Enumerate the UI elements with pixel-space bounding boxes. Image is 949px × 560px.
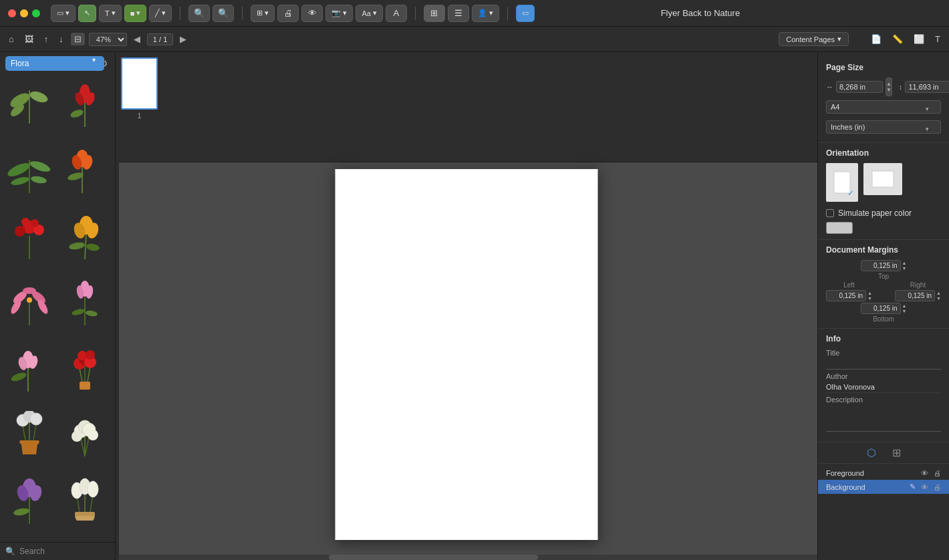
margin-top-spinner[interactable]: ▲▼ bbox=[902, 261, 907, 271]
page-next-btn[interactable]: ▶ bbox=[177, 33, 189, 45]
resize-handle-left[interactable] bbox=[116, 52, 119, 560]
list-item[interactable] bbox=[3, 408, 56, 462]
list-item[interactable] bbox=[3, 210, 56, 263]
list-item[interactable] bbox=[3, 78, 56, 131]
scrollbar-thumb[interactable] bbox=[329, 555, 539, 560]
ruler-btn[interactable]: 📏 bbox=[889, 33, 906, 45]
svg-line-64 bbox=[81, 439, 85, 456]
width-spinner[interactable]: ▲▼ bbox=[886, 78, 892, 96]
list-item[interactable] bbox=[3, 276, 56, 329]
plant-img-4 bbox=[62, 146, 108, 194]
foreground-eye-icon[interactable]: 👁 bbox=[921, 469, 928, 477]
list-item[interactable] bbox=[58, 210, 112, 263]
text-tool-btn[interactable]: T ▾ bbox=[99, 5, 122, 22]
content-pages-btn[interactable]: Content Pages ▾ bbox=[779, 32, 849, 46]
list-item[interactable] bbox=[58, 474, 112, 528]
foreground-print-icon[interactable]: 🖨 bbox=[934, 469, 941, 477]
zoom-dropdown[interactable]: 47% bbox=[89, 33, 127, 46]
paper-size-select[interactable]: A4 bbox=[826, 100, 941, 114]
plant-grid bbox=[0, 75, 115, 542]
margin-top-input[interactable] bbox=[861, 260, 901, 271]
save-btn[interactable]: ↓ bbox=[55, 33, 67, 45]
shape-tool-btn[interactable]: ▭ ▾ bbox=[51, 5, 76, 22]
margin-bottom-row: ▲▼ Bottom bbox=[826, 303, 941, 323]
margin-top-row: ▲▼ Top bbox=[826, 260, 941, 280]
action1-btn[interactable]: ⊞ ▾ bbox=[251, 5, 275, 22]
svg-point-37 bbox=[27, 297, 32, 303]
maximize-button[interactable] bbox=[32, 9, 40, 17]
list-item[interactable] bbox=[58, 408, 112, 462]
doc-description-input[interactable] bbox=[826, 405, 941, 432]
page-thumbnail-bar: 1 bbox=[116, 52, 817, 162]
print-btn[interactable]: 🖨 bbox=[277, 5, 299, 22]
foreground-layer-row: Foreground 👁 🖨 bbox=[818, 466, 949, 480]
list-item[interactable] bbox=[58, 144, 112, 197]
select-tool-btn[interactable]: ↖ bbox=[78, 5, 96, 22]
layers-tab-btn[interactable]: ⬡ bbox=[867, 446, 876, 459]
simulate-checkbox[interactable] bbox=[826, 209, 834, 217]
preview-btn[interactable]: 👁 bbox=[301, 5, 323, 22]
close-button[interactable] bbox=[8, 9, 16, 17]
grid-btn[interactable]: ⊞ bbox=[424, 5, 445, 22]
zoom-out-btn[interactable]: 🔍 bbox=[188, 5, 210, 22]
orientation-section: Orientation ✓ Simulate paper color bbox=[818, 143, 949, 240]
background-edit-icon[interactable]: ✎ bbox=[910, 482, 916, 491]
title-bar: ▭ ▾ ↖ T ▾ ■ ▾ ╱ ▾ 🔍 🔍 ⊞ ▾ bbox=[0, 0, 949, 27]
list-item[interactable] bbox=[3, 474, 56, 528]
list-item[interactable] bbox=[58, 342, 112, 396]
image-icon: 🖼 bbox=[25, 34, 33, 44]
horizontal-scrollbar[interactable] bbox=[119, 555, 817, 560]
background-layer-row[interactable]: Background ✎ 👁 🖨 bbox=[818, 480, 949, 494]
svg-point-70 bbox=[72, 431, 82, 442]
align-btn[interactable]: ⬜ bbox=[910, 33, 928, 45]
units-select[interactable]: Inches (in) bbox=[826, 120, 941, 134]
upload-icon: ↑ bbox=[44, 34, 49, 44]
document-canvas[interactable] bbox=[335, 169, 598, 540]
layout-btn[interactable]: ⊟ bbox=[71, 33, 85, 45]
home-btn[interactable]: ⌂ bbox=[5, 33, 17, 45]
background-label: Background bbox=[826, 483, 904, 491]
camera-btn[interactable]: 📷 ▾ bbox=[325, 5, 353, 22]
eye-icon: 👁 bbox=[308, 8, 317, 18]
color-tool-btn[interactable]: ■ ▾ bbox=[124, 5, 147, 22]
list-item[interactable] bbox=[3, 144, 56, 197]
margin-left-input[interactable] bbox=[826, 290, 866, 301]
portrait-option[interactable]: ✓ bbox=[826, 163, 858, 202]
page-thumbnail[interactable] bbox=[121, 57, 158, 110]
background-eye-icon[interactable]: 👁 bbox=[921, 483, 928, 491]
height-input[interactable] bbox=[905, 81, 949, 93]
minimize-button[interactable] bbox=[20, 9, 28, 17]
doc-btn[interactable]: 📄 bbox=[867, 33, 885, 45]
grid-tab-btn[interactable]: ⊞ bbox=[892, 446, 901, 459]
margin-left-spinner[interactable]: ▲▼ bbox=[867, 291, 872, 301]
page-prev-btn[interactable]: ◀ bbox=[131, 33, 143, 45]
margin-right-input[interactable] bbox=[895, 290, 935, 301]
margin-bottom-label: Bottom bbox=[873, 315, 894, 323]
text2-btn[interactable]: T bbox=[932, 33, 944, 45]
svg-point-43 bbox=[85, 309, 98, 317]
line-tool-btn[interactable]: ╱ ▾ bbox=[149, 5, 172, 22]
doc-title-input[interactable] bbox=[826, 358, 941, 370]
width-input[interactable] bbox=[836, 81, 883, 93]
font2-btn[interactable]: A bbox=[386, 5, 407, 22]
font-btn[interactable]: Aa ▾ bbox=[356, 5, 382, 22]
upload-btn[interactable]: ↑ bbox=[41, 33, 52, 45]
plant-img-1 bbox=[7, 80, 52, 128]
page-indicator: 1 / 1 bbox=[147, 33, 173, 45]
zoom-in-btn[interactable]: 🔍 bbox=[213, 5, 234, 22]
image-btn[interactable]: 🖼 bbox=[21, 33, 37, 45]
search-input[interactable] bbox=[19, 547, 120, 556]
plant-img-9 bbox=[7, 345, 52, 393]
landscape-option[interactable] bbox=[863, 163, 902, 195]
background-print-icon[interactable]: 🖨 bbox=[934, 483, 941, 491]
svg-line-25 bbox=[85, 234, 86, 259]
margin-right-spinner[interactable]: ▲▼ bbox=[936, 291, 941, 301]
list-item[interactable] bbox=[58, 276, 112, 329]
list-item[interactable] bbox=[58, 78, 112, 131]
list-item[interactable] bbox=[3, 342, 56, 396]
flora-dropdown[interactable]: Flora bbox=[5, 56, 104, 71]
svg-point-12 bbox=[10, 176, 30, 187]
margin-bottom-input[interactable] bbox=[861, 303, 901, 314]
margin-bottom-spinner[interactable]: ▲▼ bbox=[902, 303, 907, 314]
paper-color-swatch[interactable] bbox=[826, 222, 853, 234]
